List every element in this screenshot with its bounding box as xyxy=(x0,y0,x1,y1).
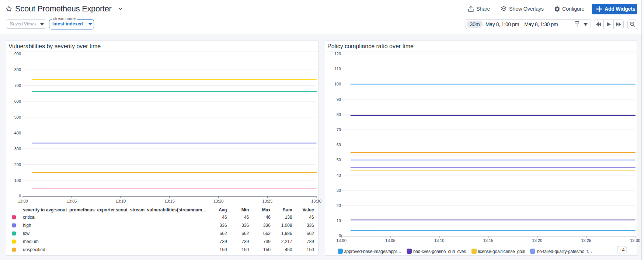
svg-text:60: 60 xyxy=(337,143,341,147)
svg-text:2,217: 2,217 xyxy=(281,239,292,244)
svg-text:46: 46 xyxy=(266,215,271,220)
svg-text:739: 739 xyxy=(307,239,314,244)
svg-text:100: 100 xyxy=(334,82,341,86)
svg-text:100: 100 xyxy=(14,178,21,183)
svg-text:30: 30 xyxy=(337,188,341,193)
svg-text:20: 20 xyxy=(337,203,341,208)
svg-text:0: 0 xyxy=(19,194,21,198)
svg-text:low: low xyxy=(23,231,29,236)
svg-text:739: 739 xyxy=(241,239,249,244)
svg-text:50: 50 xyxy=(337,158,341,162)
svg-text:13:00: 13:00 xyxy=(18,199,28,203)
svg-text:Max: Max xyxy=(262,207,271,212)
svg-text:13:20: 13:20 xyxy=(213,199,224,203)
svg-text:1,986: 1,986 xyxy=(281,231,292,236)
svg-text:Avg: Avg xyxy=(219,207,227,212)
svg-text:high: high xyxy=(23,223,31,228)
svg-text:13:10: 13:10 xyxy=(434,238,445,243)
svg-text:300: 300 xyxy=(14,147,21,151)
svg-text:336: 336 xyxy=(241,223,249,228)
svg-text:70: 70 xyxy=(337,127,341,132)
svg-text:739: 739 xyxy=(220,239,227,244)
svg-text:Min: Min xyxy=(241,207,249,212)
svg-text:10: 10 xyxy=(337,218,341,223)
svg-text:150: 150 xyxy=(220,247,227,252)
svg-text:medium: medium xyxy=(23,239,39,244)
svg-text:800: 800 xyxy=(14,67,21,72)
svg-text:700: 700 xyxy=(14,83,21,88)
svg-text:13:00: 13:00 xyxy=(336,238,347,243)
svg-text:46: 46 xyxy=(222,215,227,220)
svg-text:336: 336 xyxy=(307,223,314,228)
svg-text:13:25: 13:25 xyxy=(262,199,273,203)
svg-text:46: 46 xyxy=(309,215,314,220)
svg-text:662: 662 xyxy=(241,231,249,236)
svg-text:13:05: 13:05 xyxy=(67,199,77,203)
svg-text:bad-cves-goal/no_curl_cves: bad-cves-goal/no_curl_cves xyxy=(413,249,466,254)
svg-text:200: 200 xyxy=(14,162,21,167)
svg-text:80: 80 xyxy=(337,112,341,117)
svg-text:120: 120 xyxy=(334,52,341,56)
svg-text:13:25: 13:25 xyxy=(581,238,591,243)
svg-text:0: 0 xyxy=(339,233,341,238)
svg-text:600: 600 xyxy=(14,99,21,103)
svg-text:662: 662 xyxy=(263,231,271,236)
svg-text:critical: critical xyxy=(23,215,35,220)
svg-text:13:15: 13:15 xyxy=(164,199,175,203)
svg-text:739: 739 xyxy=(263,239,271,244)
svg-text:13:05: 13:05 xyxy=(385,238,396,243)
svg-text:336: 336 xyxy=(263,223,271,228)
svg-text:500: 500 xyxy=(14,115,21,119)
svg-text:40: 40 xyxy=(337,173,341,178)
svg-text:+4: +4 xyxy=(620,247,625,253)
svg-text:unspecified: unspecified xyxy=(23,247,45,252)
svg-text:150: 150 xyxy=(241,247,249,252)
svg-text:138: 138 xyxy=(285,215,292,220)
svg-text:662: 662 xyxy=(307,231,314,236)
svg-text:150: 150 xyxy=(263,247,271,252)
svg-text:13:20: 13:20 xyxy=(532,238,543,243)
svg-text:110: 110 xyxy=(334,67,341,71)
svg-text:Sum: Sum xyxy=(283,207,292,212)
svg-text:13:30: 13:30 xyxy=(311,199,321,203)
svg-text:336: 336 xyxy=(220,223,227,228)
svg-text:46: 46 xyxy=(244,215,249,220)
svg-text:13:10: 13:10 xyxy=(116,199,126,203)
svg-text:license-goal/license_goal: license-goal/license_goal xyxy=(478,249,525,254)
svg-text:150: 150 xyxy=(307,247,314,252)
svg-text:approved-base-images/appr…: approved-base-images/appr… xyxy=(344,249,401,254)
svg-text:900: 900 xyxy=(14,52,21,56)
svg-text:662: 662 xyxy=(220,231,227,236)
svg-text:90: 90 xyxy=(337,97,341,102)
svg-text:no-failed-quality-gates/no_f…: no-failed-quality-gates/no_f… xyxy=(537,249,592,254)
svg-text:450: 450 xyxy=(285,247,292,252)
svg-text:13:15: 13:15 xyxy=(483,238,494,243)
svg-text:Value: Value xyxy=(302,207,314,212)
svg-text:13:30: 13:30 xyxy=(630,238,640,243)
svg-text:severity in avg:scout_promethe: severity in avg:scout_prometheus_exporte… xyxy=(23,207,206,212)
svg-text:1,008: 1,008 xyxy=(281,223,292,228)
svg-text:400: 400 xyxy=(14,131,21,135)
